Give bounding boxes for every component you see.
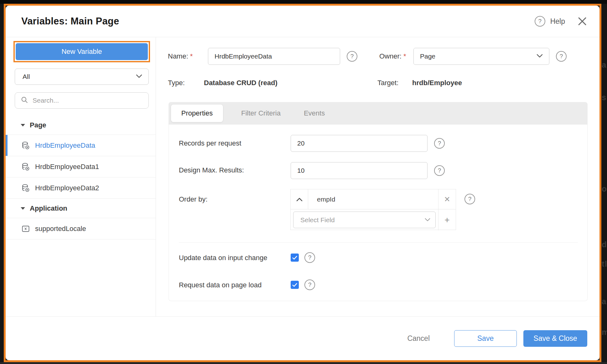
- variable-detail-panel: Name:* ? Owner:* Page ? Type:: [156, 37, 599, 316]
- name-label: Name:*: [168, 52, 193, 60]
- background-text-fragment: sib: [602, 93, 607, 102]
- sidebar-item-hrdbemployeedata2[interactable]: HrdbEmployeeData2: [6, 177, 156, 199]
- design-max-help-icon[interactable]: ?: [434, 165, 445, 176]
- chevron-down-icon: [425, 217, 430, 223]
- save-button[interactable]: Save: [454, 330, 517, 347]
- search-input[interactable]: [33, 97, 143, 104]
- required-asterisk: *: [190, 52, 193, 60]
- database-variable-icon: [21, 184, 30, 192]
- variable-tabs-container: Properties Filter Criteria Events Record…: [169, 102, 588, 301]
- request-on-load-label: Request data on page load: [179, 281, 262, 289]
- variable-icon: [21, 224, 30, 233]
- owner-select[interactable]: Page: [413, 48, 549, 65]
- dialog-title: Variables: Main Page: [21, 16, 119, 27]
- owner-selected-value: Page: [420, 53, 435, 60]
- background-text-fragment: arc: [602, 60, 607, 70]
- variables-dialog: Variables: Main Page ? Help New Variable: [6, 6, 599, 360]
- target-label: Target:: [377, 79, 398, 87]
- remove-order-icon[interactable]: ✕: [438, 189, 456, 209]
- order-by-field-value[interactable]: empId: [308, 189, 438, 209]
- annotation-highlight-modal: Variables: Main Page ? Help New Variable: [4, 4, 601, 362]
- chevron-down-icon: [537, 54, 543, 59]
- update-on-input-label: Update data on input change: [179, 254, 267, 262]
- background-text-fragment: me: [602, 327, 607, 337]
- background-toolbar: [0, 0, 607, 4]
- close-icon[interactable]: [578, 17, 587, 26]
- design-max-results-input[interactable]: [291, 162, 428, 179]
- order-by-help-icon[interactable]: ?: [464, 194, 475, 204]
- order-by-widget: empId ✕ Select Field: [290, 189, 456, 230]
- update-on-input-help-icon[interactable]: ?: [304, 252, 315, 263]
- variable-type-filter-select[interactable]: All: [15, 69, 149, 85]
- tab-strip: Properties Filter Criteria Events: [169, 102, 588, 125]
- save-and-close-button[interactable]: Save & Close: [523, 330, 587, 347]
- target-value: hrdb/Employee: [412, 79, 462, 87]
- design-max-results-label: Design Max. Results:: [179, 166, 244, 174]
- collapse-triangle-icon: [21, 207, 25, 210]
- database-variable-icon: [21, 162, 30, 171]
- annotation-highlight-new-variable: New Variable: [13, 41, 150, 62]
- sidebar-item-hrdbemployeedata1[interactable]: HrdbEmployeeData1: [6, 156, 156, 177]
- background-text-fragment: an: [602, 297, 607, 306]
- background-bottom-strip: [0, 362, 607, 364]
- type-label: Type:: [168, 79, 185, 87]
- required-asterisk: *: [403, 52, 406, 60]
- name-help-icon[interactable]: ?: [347, 51, 357, 62]
- chevron-down-icon: [136, 74, 142, 79]
- tab-filter-criteria[interactable]: Filter Criteria: [241, 109, 281, 117]
- select-field-dropdown[interactable]: Select Field: [293, 212, 436, 228]
- dialog-footer: Cancel Save Save & Close: [6, 316, 599, 360]
- background-text-fragment: or: [602, 184, 607, 194]
- request-on-load-help-icon[interactable]: ?: [304, 279, 315, 290]
- section-divider: [179, 242, 578, 243]
- variables-tree: Page: [6, 115, 156, 239]
- collapse-triangle-icon: [21, 124, 25, 126]
- dialog-header: Variables: Main Page ? Help: [6, 6, 599, 37]
- filter-selected-value: All: [23, 73, 30, 80]
- properties-tab-content: Records per request ? Design Max. Result…: [169, 125, 588, 301]
- order-by-label: Order by:: [179, 195, 208, 203]
- section-application[interactable]: Application: [6, 199, 156, 218]
- help-question-icon[interactable]: ?: [535, 16, 545, 27]
- update-on-input-checkbox[interactable]: [291, 254, 299, 262]
- database-variable-icon: [21, 141, 30, 150]
- type-value: Database CRUD (read): [204, 79, 278, 87]
- sidebar-item-supportedlocale[interactable]: supportedLocale: [6, 218, 156, 239]
- section-page[interactable]: Page: [6, 115, 156, 135]
- cancel-button[interactable]: Cancel: [398, 334, 439, 343]
- tab-properties[interactable]: Properties: [171, 105, 223, 122]
- background-text-fragment: tle: [602, 259, 607, 269]
- records-per-request-input[interactable]: [291, 135, 428, 152]
- owner-help-icon[interactable]: ?: [556, 51, 567, 62]
- sidebar-item-hrdbemployeedata[interactable]: HrdbEmployeeData: [6, 135, 156, 156]
- help-link[interactable]: Help: [550, 17, 565, 26]
- tab-events[interactable]: Events: [304, 109, 325, 117]
- new-variable-button[interactable]: New Variable: [16, 43, 148, 60]
- owner-label: Owner:*: [379, 52, 406, 60]
- select-field-placeholder: Select Field: [300, 216, 335, 224]
- request-on-load-checkbox[interactable]: [291, 281, 299, 289]
- name-input[interactable]: [208, 48, 340, 65]
- background-text-fragment: da: [602, 240, 607, 249]
- records-per-request-label: Records per request: [179, 139, 241, 147]
- sort-ascending-icon[interactable]: [291, 189, 308, 209]
- variables-sidebar: New Variable All: [6, 37, 156, 316]
- select-field-row: Select Field: [291, 209, 438, 230]
- variable-search: [15, 92, 149, 109]
- search-icon: [21, 96, 28, 105]
- add-order-icon[interactable]: +: [438, 209, 456, 230]
- records-help-icon[interactable]: ?: [434, 138, 445, 149]
- screen: arc sib or da tle an me Variables: Main …: [0, 0, 607, 364]
